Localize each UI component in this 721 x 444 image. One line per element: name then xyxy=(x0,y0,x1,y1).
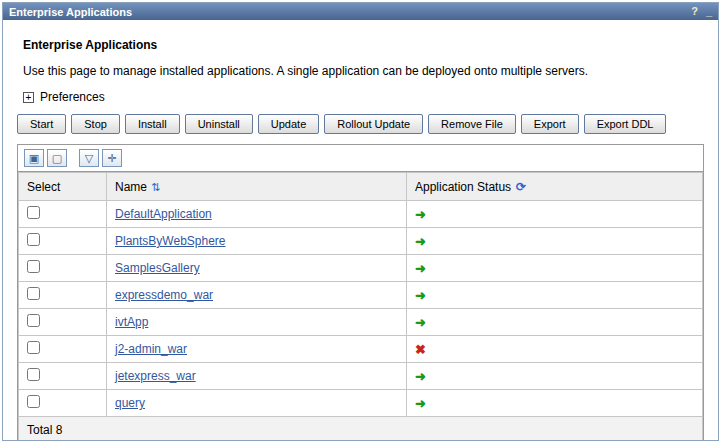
row-checkbox[interactable] xyxy=(27,395,40,408)
select-cell xyxy=(19,201,107,228)
select-cell xyxy=(19,309,107,336)
name-cell: j2-admin_war xyxy=(107,336,407,363)
application-link[interactable]: query xyxy=(115,396,145,410)
show-filter-icon[interactable]: ▽ xyxy=(79,149,99,167)
preferences-toggle[interactable]: + Preferences xyxy=(23,90,704,104)
row-checkbox[interactable] xyxy=(27,314,40,327)
application-link[interactable]: PlantsByWebSphere xyxy=(115,234,226,248)
column-header-status-label: Application Status xyxy=(415,180,511,194)
name-cell: expressdemo_war xyxy=(107,282,407,309)
column-header-select: Select xyxy=(19,173,107,201)
table-row: DefaultApplication➜ xyxy=(19,201,703,228)
enterprise-applications-window: Enterprise Applications ? _ Enterprise A… xyxy=(2,2,719,441)
window-titlebar: Enterprise Applications ? _ xyxy=(3,3,718,20)
total-label: Total 8 xyxy=(19,417,703,442)
edit-filter-icon[interactable]: ✛ xyxy=(102,149,122,167)
status-started-icon: ➜ xyxy=(415,261,426,276)
column-header-status: Application Status⟳ xyxy=(407,173,703,201)
status-cell: ➜ xyxy=(407,282,703,309)
action-button-uninstall[interactable]: Uninstall xyxy=(185,114,253,134)
row-checkbox[interactable] xyxy=(27,206,40,219)
status-started-icon: ➜ xyxy=(415,234,426,249)
table-header-row: Select Name⇅ Application Status⟳ xyxy=(19,173,703,201)
select-cell xyxy=(19,390,107,417)
column-header-name-label: Name xyxy=(115,180,147,194)
minimize-icon[interactable]: _ xyxy=(706,6,712,17)
select-cell xyxy=(19,228,107,255)
deselect-all-icon[interactable]: ▢ xyxy=(47,149,67,167)
select-all-icon[interactable]: ▣ xyxy=(24,149,44,167)
application-link[interactable]: DefaultApplication xyxy=(115,207,212,221)
column-header-name[interactable]: Name⇅ xyxy=(107,173,407,201)
action-button-remove-file[interactable]: Remove File xyxy=(428,114,516,134)
applications-table: Select Name⇅ Application Status⟳ Default… xyxy=(18,172,703,441)
page-title: Enterprise Applications xyxy=(23,38,704,52)
expand-icon[interactable]: + xyxy=(23,92,34,103)
status-started-icon: ➜ xyxy=(415,207,426,222)
status-started-icon: ➜ xyxy=(415,396,426,411)
application-link[interactable]: j2-admin_war xyxy=(115,342,187,356)
row-checkbox[interactable] xyxy=(27,368,40,381)
name-cell: PlantsByWebSphere xyxy=(107,228,407,255)
table-footer-row: Total 8 xyxy=(19,417,703,442)
name-cell: SamplesGallery xyxy=(107,255,407,282)
name-cell: ivtApp xyxy=(107,309,407,336)
status-started-icon: ➜ xyxy=(415,315,426,330)
action-button-start[interactable]: Start xyxy=(17,114,66,134)
status-started-icon: ➜ xyxy=(415,288,426,303)
table-row: expressdemo_war➜ xyxy=(19,282,703,309)
status-cell: ➜ xyxy=(407,363,703,390)
application-link[interactable]: ivtApp xyxy=(115,315,148,329)
status-cell: ➜ xyxy=(407,228,703,255)
application-link[interactable]: expressdemo_war xyxy=(115,288,213,302)
table-row: ivtApp➜ xyxy=(19,309,703,336)
row-checkbox[interactable] xyxy=(27,341,40,354)
status-stopped-icon: ✖ xyxy=(415,342,426,357)
table-row: jetexpress_war➜ xyxy=(19,363,703,390)
action-button-bar: StartStopInstallUninstallUpdateRollout U… xyxy=(17,114,704,134)
status-started-icon: ➜ xyxy=(415,369,426,384)
action-button-export-ddl[interactable]: Export DDL xyxy=(584,114,667,134)
row-checkbox[interactable] xyxy=(27,260,40,273)
select-cell xyxy=(19,255,107,282)
row-checkbox[interactable] xyxy=(27,233,40,246)
table-row: PlantsByWebSphere➜ xyxy=(19,228,703,255)
table-row: query➜ xyxy=(19,390,703,417)
sort-icon[interactable]: ⇅ xyxy=(151,181,160,193)
select-cell xyxy=(19,282,107,309)
table-icon-toolbar: ▣▢▽✛ xyxy=(18,145,703,172)
action-button-rollout-update[interactable]: Rollout Update xyxy=(324,114,423,134)
status-cell: ➜ xyxy=(407,255,703,282)
preferences-label: Preferences xyxy=(40,90,105,104)
column-header-select-label: Select xyxy=(27,180,60,194)
select-cell xyxy=(19,363,107,390)
applications-table-frame: ▣▢▽✛ Select Name⇅ Application Status xyxy=(17,144,704,441)
table-row: j2-admin_war✖ xyxy=(19,336,703,363)
status-cell: ➜ xyxy=(407,201,703,228)
page-content: Enterprise Applications Use this page to… xyxy=(3,20,718,441)
name-cell: query xyxy=(107,390,407,417)
refresh-status-icon[interactable]: ⟳ xyxy=(516,180,526,194)
status-cell: ➜ xyxy=(407,309,703,336)
application-link[interactable]: SamplesGallery xyxy=(115,261,200,275)
action-button-stop[interactable]: Stop xyxy=(71,114,120,134)
page-description: Use this page to manage installed applic… xyxy=(23,64,704,78)
window-title: Enterprise Applications xyxy=(9,6,132,18)
status-cell: ➜ xyxy=(407,390,703,417)
row-checkbox[interactable] xyxy=(27,287,40,300)
application-link[interactable]: jetexpress_war xyxy=(115,369,196,383)
status-cell: ✖ xyxy=(407,336,703,363)
select-cell xyxy=(19,336,107,363)
help-icon[interactable]: ? xyxy=(691,6,698,17)
action-button-update[interactable]: Update xyxy=(258,114,319,134)
name-cell: DefaultApplication xyxy=(107,201,407,228)
action-button-install[interactable]: Install xyxy=(125,114,180,134)
table-row: SamplesGallery➜ xyxy=(19,255,703,282)
name-cell: jetexpress_war xyxy=(107,363,407,390)
action-button-export[interactable]: Export xyxy=(521,114,579,134)
